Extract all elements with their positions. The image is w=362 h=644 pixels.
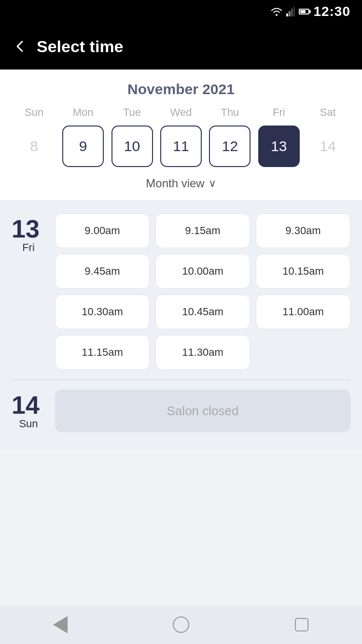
- status-icons: 12:30: [271, 4, 350, 19]
- date-13[interactable]: 13: [258, 126, 300, 167]
- day-14-name: Sun: [12, 418, 45, 430]
- wifi-icon: [271, 7, 282, 16]
- calendar-section: November 2021 Sun Mon Tue Wed Thu Fri Sa…: [0, 70, 362, 200]
- dates-row: 8 9 10 11 12 13 14: [10, 124, 352, 169]
- day-14-section: 14 Sun Salon closed: [12, 390, 350, 432]
- date-cell-12[interactable]: 12: [206, 126, 254, 167]
- home-circle-icon: [173, 616, 189, 633]
- weekday-tue: Tue: [108, 106, 156, 119]
- weekday-sat: Sat: [304, 106, 352, 119]
- date-12[interactable]: 12: [209, 126, 251, 167]
- date-cell-14[interactable]: 14: [304, 126, 352, 167]
- time-slot-1015am[interactable]: 10.15am: [256, 254, 350, 289]
- svg-rect-1: [289, 11, 291, 16]
- weekday-fri: Fri: [254, 106, 303, 119]
- app-header: Select time: [0, 23, 362, 70]
- nav-back-button[interactable]: [51, 615, 70, 634]
- day-14-label: 14 Sun: [12, 390, 45, 432]
- signal-icon: [286, 7, 295, 16]
- time-slot-1000am[interactable]: 10.00am: [155, 254, 250, 289]
- date-10[interactable]: 10: [111, 126, 153, 167]
- date-cell-13[interactable]: 13: [254, 126, 303, 167]
- svg-rect-0: [286, 14, 288, 16]
- time-slot-1045am[interactable]: 10.45am: [155, 294, 250, 329]
- battery-icon: [299, 9, 309, 14]
- time-slot-930am[interactable]: 9.30am: [256, 213, 350, 248]
- svg-rect-2: [291, 9, 293, 16]
- status-bar: 12:30: [0, 0, 362, 23]
- day-13-label: 13 Fri: [12, 213, 45, 370]
- chevron-down-icon: ∨: [209, 177, 216, 190]
- time-slot-915am[interactable]: 9.15am: [155, 213, 250, 248]
- month-view-label: Month view: [146, 177, 204, 190]
- svg-rect-3: [293, 7, 295, 16]
- weekdays-row: Sun Mon Tue Wed Thu Fri Sat: [10, 106, 352, 119]
- date-cell-10[interactable]: 10: [108, 126, 156, 167]
- date-11[interactable]: 11: [160, 126, 202, 167]
- salon-closed-label: Salon closed: [55, 390, 350, 432]
- month-year-label: November 2021: [10, 81, 352, 98]
- slots-section: 13 Fri 9.00am 9.15am 9.30am 9.45am 10.00…: [0, 200, 362, 449]
- date-cell-11[interactable]: 11: [156, 126, 205, 167]
- recent-square-icon: [295, 618, 308, 631]
- date-9[interactable]: 9: [62, 126, 104, 167]
- day-13-name: Fri: [12, 241, 45, 254]
- weekday-mon: Mon: [58, 106, 107, 119]
- date-cell-9[interactable]: 9: [58, 126, 107, 167]
- status-time: 12:30: [313, 4, 350, 19]
- date-8[interactable]: 8: [14, 126, 55, 167]
- day-13-section: 13 Fri 9.00am 9.15am 9.30am 9.45am 10.00…: [12, 213, 350, 370]
- time-slot-900am[interactable]: 9.00am: [55, 213, 150, 248]
- weekday-sun: Sun: [10, 106, 58, 119]
- section-divider: [12, 379, 350, 380]
- nav-bar: [0, 605, 362, 644]
- weekday-thu: Thu: [206, 106, 254, 119]
- time-slot-1130am[interactable]: 11.30am: [155, 335, 250, 370]
- time-slot-1100am[interactable]: 11.00am: [256, 294, 350, 329]
- closed-container: Salon closed: [55, 390, 350, 432]
- back-button[interactable]: [14, 40, 27, 53]
- time-slot-1115am[interactable]: 11.15am: [55, 335, 150, 370]
- day-13-number: 13: [12, 216, 45, 241]
- month-view-row[interactable]: Month view ∨: [10, 169, 352, 192]
- time-slot-945am[interactable]: 9.45am: [55, 254, 150, 289]
- nav-home-button[interactable]: [171, 615, 191, 634]
- page-title: Select time: [37, 37, 124, 56]
- weekday-wed: Wed: [156, 106, 205, 119]
- time-slot-1030am[interactable]: 10.30am: [55, 294, 150, 329]
- nav-recent-button[interactable]: [292, 615, 311, 634]
- back-triangle-icon: [53, 616, 68, 633]
- date-14-header[interactable]: 14: [307, 126, 348, 167]
- day-14-number: 14: [12, 392, 45, 418]
- time-slots-grid-13: 9.00am 9.15am 9.30am 9.45am 10.00am 10.1…: [55, 213, 350, 370]
- date-cell-8[interactable]: 8: [10, 126, 58, 167]
